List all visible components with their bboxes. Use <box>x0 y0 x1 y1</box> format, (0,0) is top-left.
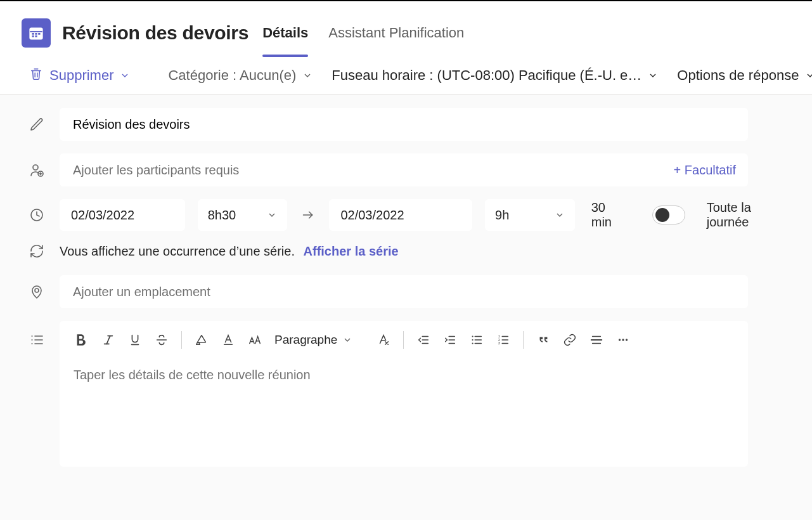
arrow-right-icon <box>300 209 316 221</box>
svg-point-16 <box>35 289 39 292</box>
svg-line-23 <box>106 336 110 344</box>
svg-point-43 <box>472 339 474 341</box>
italic-button[interactable] <box>101 333 115 347</box>
svg-point-44 <box>472 342 474 344</box>
title-input[interactable] <box>72 117 736 133</box>
editor-body[interactable]: Taper les détails de cette nouvelle réun… <box>60 359 748 467</box>
chevron-down-icon <box>267 210 277 220</box>
delete-label: Supprimer <box>49 67 113 84</box>
separator <box>403 331 404 349</box>
series-info: Vous affichez une occurrence d’une série… <box>60 244 399 259</box>
start-time-select[interactable]: 8h30 <box>198 199 288 231</box>
location-input[interactable] <box>72 284 736 300</box>
highlight-button[interactable] <box>195 333 209 347</box>
toggle-knob <box>655 208 669 222</box>
toolbar: Supprimer Catégorie : Aucun(e) Fuseau ho… <box>0 56 812 95</box>
paragraph-label: Paragraphe <box>274 333 337 347</box>
outdent-button[interactable] <box>416 333 430 347</box>
separator <box>523 331 524 349</box>
chevron-down-icon <box>342 335 352 345</box>
attendees-input[interactable] <box>72 162 736 178</box>
delete-button[interactable]: Supprimer <box>29 67 130 84</box>
strikethrough-button[interactable] <box>155 333 169 347</box>
end-time-select[interactable]: 9h <box>485 199 575 231</box>
svg-rect-4 <box>35 33 37 35</box>
paragraph-style-select[interactable]: Paragraphe <box>274 333 352 347</box>
svg-point-56 <box>626 339 628 341</box>
start-date-field[interactable]: 02/03/2022 <box>60 199 185 231</box>
svg-point-55 <box>622 339 624 341</box>
response-options-button[interactable]: Options de réponse <box>677 67 812 84</box>
end-time-value: 9h <box>495 208 509 223</box>
optional-attendees-link[interactable]: + Facultatif <box>674 163 736 178</box>
duration-label: 30 min <box>591 200 627 230</box>
svg-point-21 <box>32 339 33 341</box>
svg-point-20 <box>32 335 33 337</box>
location-field[interactable] <box>60 275 748 308</box>
more-options-button[interactable] <box>616 333 630 347</box>
svg-rect-3 <box>32 33 34 35</box>
bullet-list-button[interactable] <box>470 333 484 347</box>
title-field[interactable] <box>60 108 748 141</box>
people-add-icon <box>27 162 47 178</box>
page-title: Révision des devoirs <box>62 22 248 44</box>
header: Révision des devoirs Détails Assistant P… <box>0 1 812 56</box>
trash-icon <box>29 67 43 84</box>
hr-button[interactable] <box>590 333 603 347</box>
pencil-icon <box>27 117 47 132</box>
clear-formatting-button[interactable] <box>377 333 390 347</box>
numbered-list-button[interactable]: 123 <box>496 333 510 347</box>
calendar-app-icon <box>22 18 51 48</box>
all-day-toggle[interactable] <box>652 205 685 224</box>
category-label: Catégorie : Aucun(e) <box>168 67 296 84</box>
end-date-value: 02/03/2022 <box>340 208 404 223</box>
svg-point-54 <box>619 339 621 341</box>
link-button[interactable] <box>563 333 577 347</box>
chevron-down-icon <box>805 70 812 81</box>
description-editor: Paragraphe 1 <box>60 321 748 467</box>
tab-details[interactable]: Détails <box>262 10 308 56</box>
svg-rect-6 <box>32 36 34 37</box>
separator <box>181 331 182 349</box>
chevron-down-icon <box>648 70 658 81</box>
attendees-field[interactable]: + Facultatif <box>60 153 748 186</box>
editor-toolbar: Paragraphe 1 <box>60 321 748 359</box>
font-size-button[interactable] <box>248 333 262 347</box>
underline-button[interactable] <box>128 333 142 347</box>
svg-text:3: 3 <box>498 341 500 345</box>
series-text: Vous affichez une occurrence d’une série… <box>60 244 295 258</box>
chevron-down-icon <box>555 210 565 220</box>
clock-icon <box>27 207 47 223</box>
start-date-value: 02/03/2022 <box>71 208 134 223</box>
svg-point-22 <box>32 343 33 344</box>
tabs: Détails Assistant Planification <box>262 10 464 56</box>
category-button[interactable]: Catégorie : Aucun(e) <box>168 67 313 84</box>
indent-button[interactable] <box>443 333 457 347</box>
svg-rect-7 <box>35 36 37 37</box>
location-icon <box>27 284 47 299</box>
bold-button[interactable] <box>72 332 89 348</box>
svg-point-10 <box>33 165 38 170</box>
recurrence-icon <box>27 244 47 259</box>
all-day-label: Toute la journée <box>707 200 790 230</box>
svg-rect-5 <box>38 33 40 35</box>
meeting-form: + Facultatif 02/03/2022 8h30 02/03/2022 <box>0 95 812 467</box>
tab-scheduling-assistant[interactable]: Assistant Planification <box>328 10 464 56</box>
timezone-label: Fuseau horaire : (UTC-08:00) Pacifique (… <box>332 67 641 84</box>
chevron-down-icon <box>120 70 130 81</box>
chevron-down-icon <box>302 70 313 81</box>
start-time-value: 8h30 <box>208 208 236 223</box>
svg-point-42 <box>472 335 474 337</box>
end-date-field[interactable]: 02/03/2022 <box>329 199 472 231</box>
font-color-button[interactable] <box>221 333 235 347</box>
show-series-link[interactable]: Afficher la série <box>304 244 399 258</box>
description-icon <box>27 332 47 348</box>
timezone-button[interactable]: Fuseau horaire : (UTC-08:00) Pacifique (… <box>332 67 658 84</box>
quote-button[interactable] <box>536 333 550 347</box>
response-options-label: Options de réponse <box>677 67 799 84</box>
